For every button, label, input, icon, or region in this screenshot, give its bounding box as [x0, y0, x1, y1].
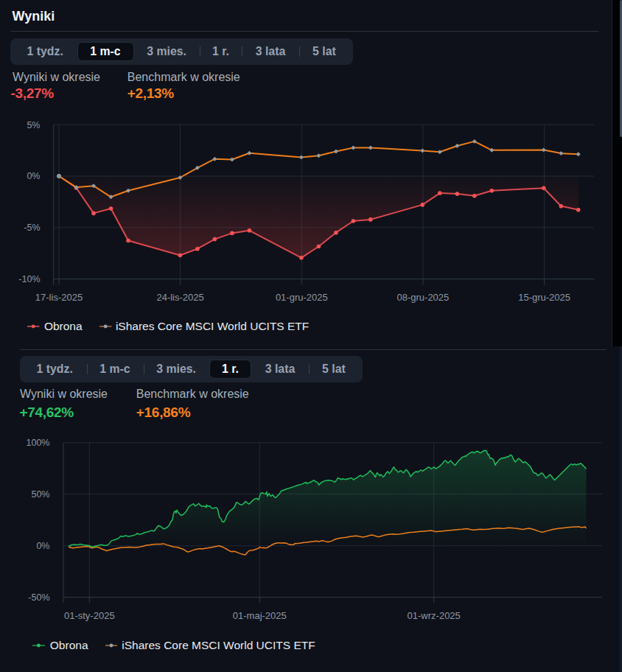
svg-text:50%: 50%	[31, 489, 49, 500]
svg-text:0%: 0%	[36, 541, 49, 551]
svg-text:17-lis-2025: 17-lis-2025	[35, 292, 83, 303]
svg-text:-10%: -10%	[18, 274, 40, 284]
svg-text:01-wrz-2025: 01-wrz-2025	[408, 610, 461, 621]
svg-text:01-sty-2025: 01-sty-2025	[64, 610, 115, 621]
svg-text:15-gru-2025: 15-gru-2025	[518, 292, 570, 303]
svg-text:24-lis-2025: 24-lis-2025	[156, 292, 203, 303]
svg-text:-50%: -50%	[28, 592, 49, 603]
svg-text:01-maj-2025: 01-maj-2025	[233, 610, 287, 621]
svg-text:100%: 100%	[27, 438, 50, 448]
svg-text:08-gru-2025: 08-gru-2025	[396, 292, 449, 303]
svg-text:-5%: -5%	[24, 223, 40, 233]
svg-text:0%: 0%	[27, 171, 40, 181]
svg-text:5%: 5%	[27, 120, 40, 130]
svg-text:01-gru-2025: 01-gru-2025	[276, 292, 328, 303]
